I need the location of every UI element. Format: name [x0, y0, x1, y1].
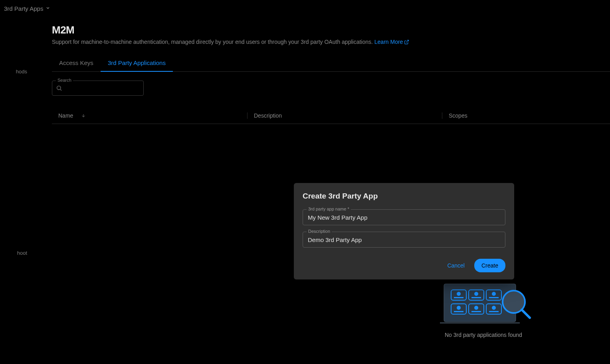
- sidebar-item-troubleshoot[interactable]: hoot: [0, 246, 29, 260]
- external-link-icon: [404, 39, 409, 45]
- tab-third-party-apps[interactable]: 3rd Party Applications: [101, 55, 173, 72]
- column-description[interactable]: Description: [248, 112, 442, 119]
- svg-rect-7: [454, 297, 463, 298]
- search-icon: [56, 85, 62, 91]
- app-description-label: Description: [307, 229, 332, 234]
- empty-state-illustration: [440, 280, 532, 328]
- search-label: Search: [56, 78, 73, 83]
- svg-line-0: [406, 40, 409, 42]
- app-name-input[interactable]: [303, 209, 505, 225]
- sort-down-icon: [81, 113, 86, 118]
- svg-point-21: [492, 306, 496, 310]
- breadcrumb-label: 3rd Party Apps: [4, 5, 43, 12]
- modal-title: Create 3rd Party App: [303, 192, 505, 201]
- svg-rect-13: [489, 297, 499, 298]
- sidebar: hods hoot: [0, 17, 29, 364]
- chevron-down-icon: [46, 6, 50, 12]
- svg-rect-16: [454, 311, 463, 312]
- svg-point-18: [474, 306, 478, 310]
- tab-access-keys[interactable]: Access Keys: [52, 55, 101, 71]
- svg-rect-19: [471, 311, 481, 312]
- search-input[interactable]: [52, 81, 144, 96]
- column-scopes[interactable]: Scopes: [442, 112, 467, 119]
- page-description: Support for machine-to-machine authentic…: [52, 39, 610, 45]
- app-name-label: 3rd party app name *: [307, 207, 351, 211]
- table-header: Name Description Scopes: [52, 108, 610, 124]
- app-description-input[interactable]: [303, 232, 505, 248]
- svg-point-15: [457, 306, 461, 310]
- sidebar-item-methods[interactable]: hods: [0, 65, 29, 79]
- svg-point-12: [492, 292, 496, 296]
- breadcrumb[interactable]: 3rd Party Apps: [4, 5, 50, 12]
- svg-point-6: [457, 292, 461, 296]
- tabs: Access Keys 3rd Party Applications: [52, 55, 610, 72]
- create-app-modal: Create 3rd Party App 3rd party app name …: [294, 183, 514, 279]
- column-name[interactable]: Name: [52, 112, 248, 119]
- empty-state-text: No 3rd party applications found: [445, 332, 522, 338]
- create-button[interactable]: Create: [474, 259, 505, 272]
- svg-line-2: [60, 89, 61, 91]
- svg-rect-10: [471, 297, 481, 298]
- svg-line-24: [522, 310, 530, 318]
- cancel-button[interactable]: Cancel: [443, 259, 469, 272]
- svg-rect-22: [489, 311, 499, 312]
- svg-point-9: [474, 292, 478, 296]
- learn-more-link[interactable]: Learn More: [374, 39, 410, 45]
- search-field: Search: [52, 81, 144, 96]
- svg-point-1: [57, 86, 61, 90]
- page-title: M2M: [52, 24, 610, 36]
